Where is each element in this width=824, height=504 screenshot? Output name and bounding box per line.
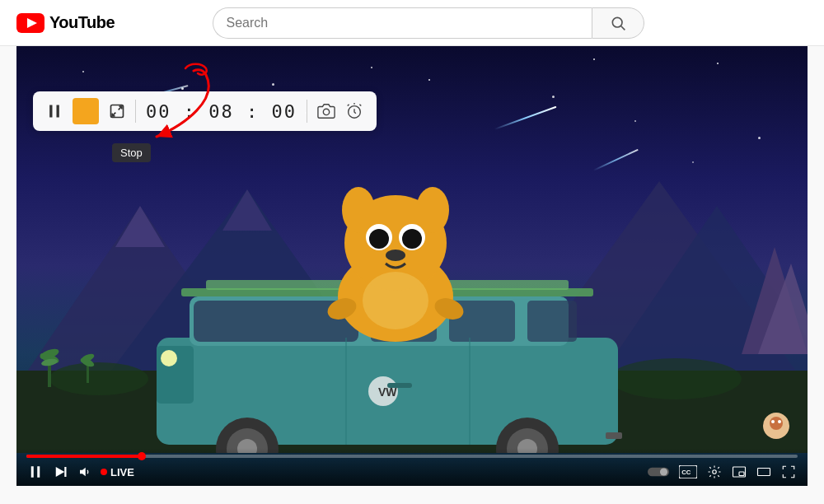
controls-left: LIVE	[26, 463, 134, 481]
svg-point-52	[386, 250, 405, 261]
star-decoration	[717, 63, 719, 64]
svg-rect-27	[527, 301, 577, 342]
progress-fill	[26, 455, 142, 458]
alarm-button[interactable]	[345, 102, 363, 120]
miniplayer-icon	[732, 464, 747, 479]
svg-text:CC: CC	[681, 469, 691, 476]
svg-point-46	[342, 187, 375, 233]
star-decoration	[428, 79, 430, 81]
progress-dot	[138, 452, 146, 460]
header: YouTube	[0, 0, 824, 46]
play-button[interactable]	[26, 463, 44, 481]
svg-point-2	[612, 17, 622, 27]
svg-rect-57	[57, 105, 59, 118]
svg-marker-8	[115, 206, 165, 247]
star-decoration	[82, 71, 84, 72]
svg-rect-69	[37, 466, 40, 478]
youtube-logo-icon	[16, 13, 44, 33]
star-decoration	[371, 67, 372, 68]
svg-line-3	[620, 26, 625, 30]
settings-button[interactable]	[705, 463, 723, 481]
svg-line-61	[348, 105, 349, 106]
skip-icon	[53, 464, 68, 479]
svg-point-55	[363, 272, 428, 329]
svg-rect-80	[758, 469, 770, 476]
svg-point-77	[713, 470, 717, 474]
cc-icon: CC	[679, 465, 697, 478]
svg-point-50	[369, 229, 389, 249]
volume-button[interactable]	[76, 463, 94, 481]
svg-line-62	[359, 105, 361, 106]
play-icon	[28, 464, 43, 479]
search-input[interactable]	[213, 7, 592, 39]
svg-rect-42	[387, 383, 412, 388]
miniplayer-button[interactable]	[730, 463, 748, 481]
scene-svg: VW	[16, 124, 808, 453]
svg-rect-79	[739, 472, 744, 476]
alarm-icon	[345, 102, 363, 120]
svg-point-51	[402, 229, 422, 249]
cc-button[interactable]: CC	[677, 464, 699, 480]
svg-point-11	[49, 362, 148, 395]
controls-row: LIVE CC	[26, 463, 798, 481]
svg-point-74	[660, 468, 667, 475]
controls-right: CC	[646, 463, 798, 481]
svg-point-66	[771, 420, 775, 423]
annotation-arrow	[87, 58, 218, 149]
video-container: VW	[16, 46, 808, 486]
svg-marker-9	[222, 189, 272, 231]
small-char-icon	[762, 412, 791, 441]
svg-point-12	[610, 358, 742, 399]
logo-area: YouTube	[16, 13, 115, 33]
pause-button[interactable]	[46, 103, 63, 119]
svg-rect-56	[49, 105, 52, 118]
star-decoration	[552, 96, 555, 98]
logo-text: YouTube	[49, 13, 115, 32]
svg-point-33	[161, 350, 177, 366]
settings-icon	[707, 464, 722, 479]
skip-button[interactable]	[51, 463, 69, 481]
svg-point-47	[416, 187, 449, 233]
svg-rect-43	[606, 432, 622, 439]
volume-icon	[77, 464, 92, 479]
theater-button[interactable]	[755, 463, 773, 481]
star-decoration	[634, 120, 636, 122]
video-controls: LIVE CC	[16, 448, 808, 486]
search-icon	[610, 15, 626, 31]
pause-icon	[46, 103, 63, 119]
star-decoration	[272, 83, 274, 86]
search-area	[213, 7, 644, 39]
stop-tooltip: Stop	[112, 143, 151, 162]
fullscreen-button[interactable]	[780, 463, 798, 481]
svg-marker-72	[80, 468, 86, 477]
svg-point-59	[323, 109, 329, 114]
live-text: LIVE	[110, 466, 134, 478]
youtube-icon	[16, 13, 44, 33]
toggle-button[interactable]	[646, 464, 671, 479]
svg-rect-68	[31, 466, 34, 478]
star-decoration	[593, 58, 595, 60]
svg-point-67	[778, 420, 781, 423]
toolbar-divider-2	[307, 100, 307, 123]
camera-icon	[317, 102, 335, 120]
live-dot	[101, 469, 107, 475]
live-badge: LIVE	[101, 466, 134, 478]
small-character	[762, 412, 791, 441]
svg-marker-70	[56, 467, 65, 477]
svg-rect-71	[64, 467, 66, 477]
toggle-icon	[648, 466, 669, 478]
theater-icon	[756, 464, 771, 479]
stop-tooltip-text: Stop	[120, 147, 143, 159]
search-button[interactable]	[592, 7, 644, 39]
svg-point-65	[770, 417, 783, 430]
progress-bar[interactable]	[26, 455, 798, 458]
fullscreen-icon	[781, 464, 796, 479]
camera-button[interactable]	[317, 102, 335, 120]
